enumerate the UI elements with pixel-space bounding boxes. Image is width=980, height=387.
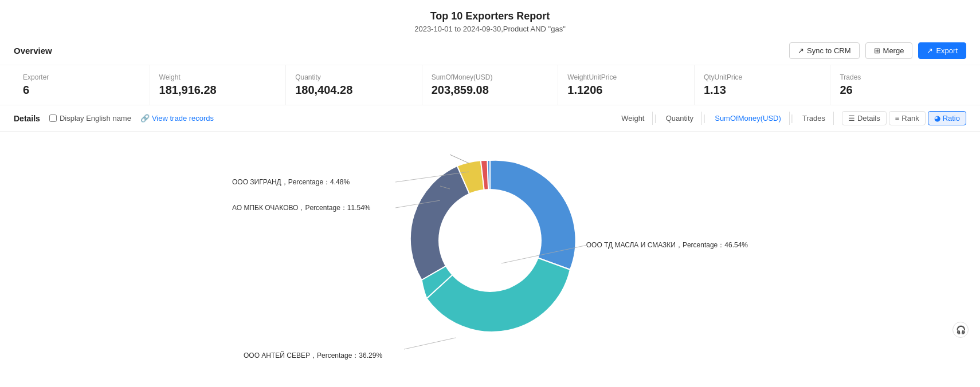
view-trade-records-link[interactable]: 🔗 View trade records xyxy=(140,114,214,123)
sync-crm-label: Sync to CRM xyxy=(807,46,851,55)
view-tab-details[interactable]: ☰Details xyxy=(842,111,887,125)
svg-point-0 xyxy=(438,189,542,292)
overview-label: Overview xyxy=(14,46,52,56)
export-icon: ↗ xyxy=(927,46,933,55)
details-icon: ☰ xyxy=(848,114,855,123)
sync-crm-button[interactable]: ↗ Sync to CRM xyxy=(789,42,860,59)
display-english-input[interactable] xyxy=(49,114,57,122)
support-icon[interactable]: 🎧 xyxy=(952,322,969,338)
metric-separator: | xyxy=(653,113,657,124)
merge-label: Merge xyxy=(883,46,904,55)
metric-tab-trades[interactable]: Trades xyxy=(794,112,834,125)
metric-tabs: Weight|Quantity|SumOfMoney(USD)|Trades xyxy=(613,112,834,125)
metric-separator: | xyxy=(790,113,794,124)
stat-value: 1.13 xyxy=(704,84,821,97)
metric-separator: | xyxy=(702,113,707,124)
stat-card-exporter: Exporter 6 xyxy=(14,65,150,105)
view-tab-rank[interactable]: ≡Rank xyxy=(889,111,926,125)
report-header: Top 10 Exporters Report 2023-10-01 to 20… xyxy=(0,0,980,37)
export-button[interactable]: ↗ Export xyxy=(918,42,966,59)
stat-label: SumOfMoney(USD) xyxy=(432,73,549,81)
details-label: Details xyxy=(14,114,40,123)
headset-icon: 🎧 xyxy=(956,325,966,334)
metric-tab-sumofmoney-usd-[interactable]: SumOfMoney(USD) xyxy=(707,112,790,125)
donut-svg xyxy=(393,143,587,338)
view-tabs: ☰Details≡Rank◕Ratio xyxy=(842,111,966,125)
ratio-icon: ◕ xyxy=(934,114,940,123)
toolbar-actions: ↗ Sync to CRM ⊞ Merge ↗ Export xyxy=(789,42,966,59)
stat-card-qtyunitprice: QtyUnitPrice 1.13 xyxy=(695,65,831,105)
stat-card-weightunitprice: WeightUnitPrice 1.1206 xyxy=(558,65,695,105)
rank-icon: ≡ xyxy=(895,114,900,123)
stat-value: 1.1206 xyxy=(567,84,685,97)
stat-label: Quantity xyxy=(295,73,413,81)
stat-card-weight: Weight 181,916.28 xyxy=(150,65,287,105)
stats-row: Exporter 6 Weight 181,916.28 Quantity 18… xyxy=(0,65,980,105)
chart-area: ООО ЗИГРАНД，Percentage：4.48% АО МПБК ОЧА… xyxy=(0,132,980,384)
stat-label: Exporter xyxy=(23,73,140,81)
stat-label: Trades xyxy=(840,73,957,81)
details-right: Weight|Quantity|SumOfMoney(USD)|Trades ☰… xyxy=(613,111,966,125)
stat-value: 203,859.08 xyxy=(432,84,549,97)
merge-icon: ⊞ xyxy=(874,46,880,55)
donut-chart xyxy=(393,143,587,361)
stat-value: 181,916.28 xyxy=(159,84,277,97)
stat-card-quantity: Quantity 180,404.28 xyxy=(286,65,422,105)
trade-icon: 🔗 xyxy=(140,114,150,123)
report-title: Top 10 Exporters Report xyxy=(0,10,980,22)
export-label: Export xyxy=(936,46,958,55)
stat-label: QtyUnitPrice xyxy=(704,73,821,81)
metric-tab-quantity[interactable]: Quantity xyxy=(658,112,702,125)
display-english-label: Display English name xyxy=(60,114,131,123)
label-antey: ООО АНТЕЙ СЕВЕР，Percentage：36.29% xyxy=(244,351,382,361)
view-trade-label: View trade records xyxy=(152,114,214,123)
display-english-checkbox[interactable]: Display English name xyxy=(49,114,131,123)
view-tab-ratio[interactable]: ◕Ratio xyxy=(928,111,966,125)
stat-value: 6 xyxy=(23,84,140,97)
merge-button[interactable]: ⊞ Merge xyxy=(865,42,913,59)
stat-card-trades: Trades 26 xyxy=(830,65,966,105)
metric-tab-weight[interactable]: Weight xyxy=(613,112,653,125)
page: Top 10 Exporters Report 2023-10-01 to 20… xyxy=(0,0,980,387)
toolbar: Overview ↗ Sync to CRM ⊞ Merge ↗ Export xyxy=(0,37,980,65)
stat-value: 26 xyxy=(840,84,957,97)
report-subtitle: 2023-10-01 to 2024-09-30,Product AND "ga… xyxy=(0,25,980,33)
stat-label: WeightUnitPrice xyxy=(567,73,685,81)
stat-value: 180,404.28 xyxy=(295,84,413,97)
details-bar: Details Display English name 🔗 View trad… xyxy=(0,105,980,132)
details-left: Details Display English name 🔗 View trad… xyxy=(14,114,214,123)
label-ochakovo: АО МПБК ОЧАКОВО，Percentage：11.54% xyxy=(232,203,371,213)
sync-icon: ↗ xyxy=(798,46,804,55)
label-zigrand: ООО ЗИГРАНД，Percentage：4.48% xyxy=(232,177,350,187)
stat-label: Weight xyxy=(159,73,277,81)
label-masla: ООО ТД МАСЛА И СМАЗКИ，Percentage：46.54% xyxy=(586,240,748,250)
stat-card-sumofmoney-usd-: SumOfMoney(USD) 203,859.08 xyxy=(422,65,559,105)
